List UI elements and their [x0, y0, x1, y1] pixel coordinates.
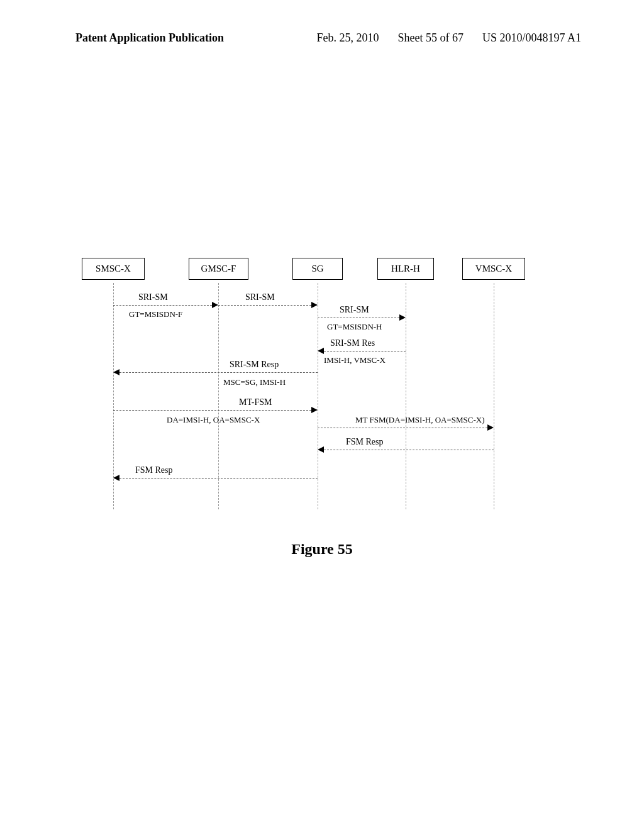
msg-sri-sm-1: SRI-SM — [138, 292, 168, 302]
msg-sri-sm-res-sub: IMSI-H, VMSC-X — [324, 355, 386, 365]
msg-fsm-resp-2: FSM Resp — [135, 465, 173, 475]
participant-gmsc-f: GMSC-F — [189, 258, 248, 280]
arrow-head-5 — [113, 369, 119, 375]
header-right: Feb. 25, 2010 Sheet 55 of 67 US 2010/004… — [316, 31, 581, 45]
arrow-head-8 — [318, 446, 324, 453]
arrow-5 — [119, 372, 318, 373]
header-sheet: Sheet 55 of 67 — [397, 31, 463, 45]
arrow-head-2 — [311, 302, 318, 308]
msg-sri-sm-resp-sub: MSC=SG, IMSI-H — [223, 377, 286, 387]
lifeline-hlr-h — [406, 283, 406, 509]
msg-mt-fsm: MT-FSM — [239, 397, 272, 407]
arrow-head-1 — [212, 302, 218, 308]
arrow-head-3 — [399, 314, 406, 321]
msg-mt-fsm-sub: DA=IMSI-H, OA=SMSC-X — [167, 415, 260, 425]
participant-hlr-h: HLR-H — [377, 258, 434, 280]
arrow-4 — [324, 351, 406, 351]
participant-vmsc-x: VMSC-X — [462, 258, 525, 280]
arrow-6 — [113, 410, 311, 411]
lifeline-vmsc-x — [494, 283, 494, 509]
arrow-head-4 — [318, 348, 324, 354]
arrow-head-9 — [113, 475, 119, 481]
participant-sg: SG — [292, 258, 343, 280]
msg-mt-fsm-2: MT FSM(DA=IMSI-H, OA=SMSC-X) — [355, 415, 484, 425]
arrow-3 — [318, 318, 399, 318]
arrow-2 — [218, 305, 311, 306]
participant-smsc-x: SMSC-X — [82, 258, 145, 280]
arrow-8 — [324, 450, 494, 450]
header-publication: Patent Application Publication — [75, 31, 224, 45]
msg-sri-sm-1-sub: GT=MSISDN-F — [129, 309, 182, 319]
arrow-9 — [119, 478, 318, 479]
arrow-7 — [318, 428, 487, 428]
figure-caption: Figure 55 — [0, 541, 644, 558]
sequence-diagram: SMSC-X GMSC-F SG HLR-H VMSC-X SRI-SM GT=… — [82, 258, 566, 509]
msg-sri-sm-3-sub: GT=MSISDN-H — [327, 322, 382, 332]
lifeline-sg — [318, 283, 318, 509]
msg-sri-sm-resp: SRI-SM Resp — [230, 360, 279, 370]
header-date: Feb. 25, 2010 — [316, 31, 379, 45]
msg-sri-sm-res: SRI-SM Res — [330, 338, 375, 348]
page-header: Patent Application Publication Feb. 25, … — [0, 0, 644, 45]
msg-fsm-resp-1: FSM Resp — [346, 437, 384, 447]
header-pubno: US 2010/0048197 A1 — [482, 31, 581, 45]
msg-sri-sm-2: SRI-SM — [245, 292, 275, 302]
arrow-1 — [113, 305, 212, 306]
arrow-head-6 — [311, 407, 318, 413]
msg-sri-sm-3: SRI-SM — [340, 305, 369, 315]
arrow-head-7 — [487, 424, 494, 431]
lifeline-gmsc-f — [218, 283, 219, 509]
